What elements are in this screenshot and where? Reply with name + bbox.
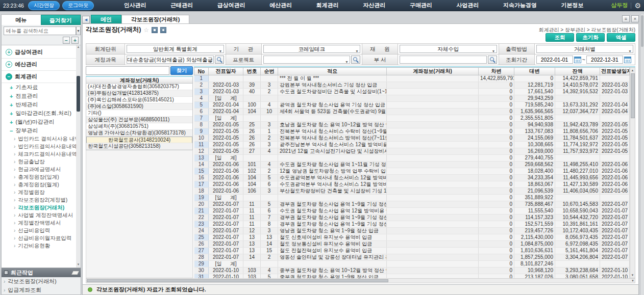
table-row[interactable]: 242022-01-07123영남권 철도차량 청소 용역 1~9월 정산 입금…	[194, 228, 630, 234]
topbar-menu-item[interactable]: 지속가능경영	[503, 2, 537, 9]
calendar-icon[interactable]	[624, 57, 631, 63]
recent-item[interactable]: ›입금계좌조회	[2, 286, 81, 294]
table-scrollbar[interactable]: ▲ ▼	[630, 67, 635, 278]
recent-item[interactable]: ›각보조원장(거래처)	[2, 277, 81, 286]
horizontal-scrollbar[interactable]: ▼	[86, 278, 635, 283]
table-row[interactable]: 182022-01-061063부산철도차량정비단 건축물 및 시설장비 기성 …	[194, 188, 630, 195]
account-list-item[interactable]: 한국철도공사(3148210024)	[86, 137, 192, 143]
sidebar-item[interactable]: ›선급비용이월자료입력	[2, 234, 81, 242]
column-header[interactable]: 전표일자	[209, 68, 243, 75]
column-header[interactable]: 번호	[243, 68, 261, 75]
table-row[interactable]: 152022-01-06102212월 영남권 철도차량청소 방역 업무 수탁비…	[194, 168, 630, 175]
column-header[interactable]: 순번	[261, 68, 278, 75]
find-button[interactable]: 찾기	[170, 66, 193, 75]
table-row[interactable]: 142022-01-061014수도권 철도차량 청소사업 용역 1~11월 기…	[194, 162, 630, 168]
sidebar-item[interactable]: −장부관리	[2, 126, 81, 135]
sidebar-item[interactable]: ›총계정원장(월계)	[2, 181, 81, 189]
search-button[interactable]: 조회	[546, 33, 574, 42]
topbar-menu-item[interactable]: 사업관리	[456, 2, 479, 9]
table-row[interactable]: 82022-01-05253호남권 철도차량 청소 용역 10~12월 방역 정…	[194, 122, 630, 128]
sidebar-item[interactable]: +예산관리	[2, 59, 81, 71]
account-subject-select[interactable]: 대손충당금(외상매출금) 외상매출금▼	[127, 56, 214, 64]
table-row[interactable]: 112022-01-05263광주전남본부 역사내 청소서비스 12월 방역비용…	[194, 142, 630, 148]
sidebar-item[interactable]: ›체크카드결의서사용내역	[2, 150, 81, 158]
column-header[interactable]: 대변	[514, 68, 555, 75]
menu-search-input[interactable]	[4, 26, 76, 35]
table-row[interactable]: 22022-01-03393강원본부 역사내청소서비스 기성 정산 입금012,…	[194, 82, 630, 89]
table-row[interactable]: 7[일 계]02,355,551,805	[194, 115, 630, 122]
tab-current-page[interactable]: 각보조원장(거래처)	[121, 15, 189, 23]
reset-button[interactable]: 초기화	[576, 33, 605, 42]
topbar-menu-item[interactable]: 급상여관리	[217, 2, 245, 9]
tab-scroll-left-icon[interactable]: ◀	[82, 16, 90, 23]
expand-all-button[interactable]: +	[71, 37, 79, 44]
table-row[interactable]: 62022-01-0410410제4회 서울역 등 523동 건축물(수도권광역…	[194, 109, 630, 115]
account-filter-input[interactable]	[86, 66, 169, 75]
account-list-item[interactable]: (사)대전충남경영자총협회(3058203757)	[86, 84, 192, 90]
sidebar-item[interactable]: ›기간비용현황	[2, 242, 81, 250]
table-row[interactable]: 29[일 계]08,101,827,246	[194, 261, 630, 267]
column-header[interactable]: No	[194, 68, 209, 75]
period-to-input[interactable]	[586, 56, 623, 64]
sidebar-item[interactable]: +기초자료	[2, 83, 81, 92]
excel-button[interactable]: 엑셀	[607, 33, 635, 42]
sidebar-item[interactable]: +전표관리	[2, 92, 81, 100]
column-header[interactable]: 전표발생일자	[600, 68, 630, 75]
sidebar-tab-menu[interactable]: 메뉴	[2, 15, 41, 25]
tree-scrollbar[interactable]: ▲ ▼	[76, 45, 81, 267]
table-row[interactable]: 19[일 계]0351,889,922	[194, 195, 630, 201]
scrollbar-thumb[interactable]	[631, 73, 635, 118]
account-list-item[interactable]: (주)에스알(3058631590)	[86, 103, 192, 110]
table-row[interactable]: 212022-01-07116수도권 철도차량 청소사업 용역 12월 방역비용…	[194, 208, 630, 214]
table-row[interactable]: 13[일 계]0279,440,755	[194, 155, 630, 162]
table-row[interactable]: 32022-01-03402수도권 철도차량정비단 건축물 및 시설장비(1~1…	[194, 89, 630, 95]
table-row[interactable]: 272022-01-071315철도 전철전력설비 유지보수 용역비 입금01,…	[194, 248, 630, 254]
project-select[interactable]: ▼	[263, 56, 351, 64]
sidebar-item[interactable]: ›총계정원장(일계)	[2, 173, 81, 181]
account-list-item[interactable]: 기타()	[86, 110, 192, 117]
scroll-up-icon[interactable]: ▲	[76, 45, 81, 50]
sidebar-item[interactable]: ›법인카드결의서사용내역2	[2, 143, 81, 150]
sidebar-item[interactable]: ›계정별잔액명세서	[2, 219, 81, 227]
bookmark-star-icon[interactable]: ☆	[143, 26, 149, 34]
scroll-down-icon[interactable]: ▼	[631, 279, 634, 282]
account-search-icon[interactable]	[215, 56, 224, 64]
sidebar-item[interactable]: +반제관리	[2, 100, 81, 109]
column-header[interactable]: 계좌정보(거래처)	[387, 68, 479, 75]
expand-icon[interactable]: +	[10, 93, 13, 99]
table-row[interactable]: 252022-01-071313철도 신호제어설비 유지보수 용역비 입금02,…	[194, 234, 630, 241]
tab-main[interactable]: 메인	[91, 15, 121, 23]
scrollbar-thumb[interactable]	[87, 279, 388, 282]
extend-session-button[interactable]: 시간연장	[28, 1, 60, 10]
sidebar-item[interactable]: −회계관리	[2, 71, 81, 83]
expand-icon[interactable]: +	[10, 85, 13, 91]
table-row[interactable]: 202022-01-07115경부권 철도차량 청소사업 용역 1~9월 기성 …	[194, 201, 630, 208]
column-header[interactable]: 차변	[479, 68, 514, 75]
help-icon[interactable]	[160, 27, 166, 33]
account-list-item[interactable]: 삼성폐차(주)(3068105751)	[86, 123, 192, 130]
expand-icon[interactable]: +	[10, 102, 13, 108]
topbar-menu-item[interactable]: 회계관리	[316, 2, 339, 9]
table-row[interactable]: 312022-01-101035중부권 철도차량 청소 용역 1~9월 정산 입…	[194, 274, 630, 279]
output-method-select[interactable]: 거래처별▼	[536, 45, 634, 53]
sidebar-tab-favorites[interactable]: 즐겨찾기	[41, 15, 81, 25]
table-row[interactable]: 232022-01-07118경부권 철도차량 청소사업 용역 1~9월 기성 …	[194, 221, 630, 228]
refresh-icon[interactable]	[152, 27, 158, 33]
department-input[interactable]	[400, 56, 487, 64]
clear-recent-icon[interactable]	[71, 271, 79, 275]
expand-icon[interactable]: +	[10, 119, 13, 125]
search-dropdown-icon[interactable]: ▼	[76, 26, 81, 35]
account-list-item[interactable]: 삼성물산(주) 건설부문(4688500111)	[86, 117, 192, 123]
accounting-unit-select[interactable]: 일반회계 특별회계▼	[127, 45, 224, 53]
topbar-menu-item[interactable]: 자산관리	[363, 2, 385, 9]
table-row[interactable]: 262022-01-071314철도 정보통신설비 유지보수 용역비 입금01,…	[194, 241, 630, 248]
topbar-menu-item[interactable]: 예산관리	[269, 2, 292, 9]
expand-circle-icon[interactable]: +	[6, 49, 12, 56]
sidebar-item[interactable]: +일마감관리(조회.처리)	[2, 109, 81, 118]
project-search-icon[interactable]	[351, 56, 360, 64]
fund-select[interactable]: 자체수입▼	[400, 45, 497, 53]
table-row[interactable]: 92022-01-05261전북본부 역사내 청소서비스 수탁비 정산(1~9월…	[194, 128, 630, 135]
table-row[interactable]: 172022-01-061046수도권광역본부 역사내 청소서비스 12월 방역…	[194, 181, 630, 188]
table-row[interactable]: 162022-01-061045수도권광역본부 역사내 청소서비스 12월 방역…	[194, 175, 630, 181]
sidebar-item[interactable]: ›각보조원장(거래처)	[2, 204, 81, 211]
